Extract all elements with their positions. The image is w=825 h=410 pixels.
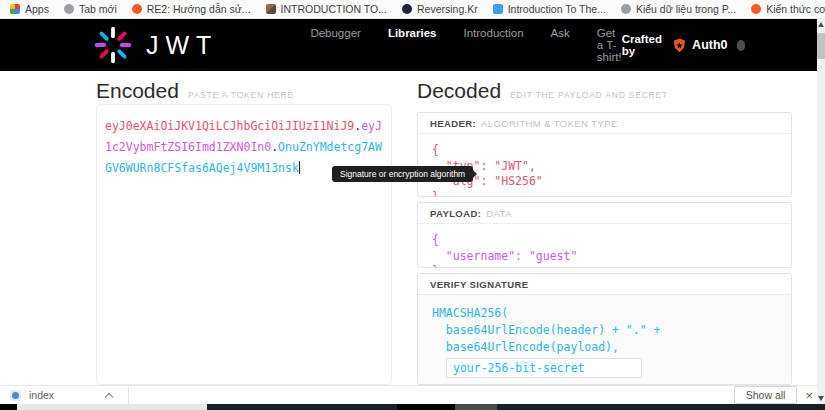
nav-get-a-tshirt[interactable]: Get a T-shirt! bbox=[597, 27, 622, 63]
payload-box-label: PAYLOAD: DATA bbox=[418, 203, 791, 224]
header-label: HEADER: bbox=[430, 118, 476, 129]
main-nav: Debugger Libraries Introduction Ask Get … bbox=[310, 27, 621, 63]
token-signature-part: GV6WURn8CFSfas6AQej4V9M13nsk bbox=[105, 161, 299, 175]
bookmark-label: RE2: Hướng dẫn sử... bbox=[147, 3, 251, 15]
html-file-icon bbox=[10, 390, 21, 401]
decoded-subtitle: EDIT THE PAYLOAD AND SECRET bbox=[510, 90, 668, 100]
json-line: } bbox=[432, 190, 777, 198]
code-line: base64UrlEncode(header) + "." + bbox=[432, 322, 777, 339]
taskbar-segment bbox=[17, 404, 207, 410]
payload-label: PAYLOAD: bbox=[430, 208, 481, 219]
bookmark-label: Introduction To The... bbox=[508, 3, 606, 15]
auth0-shield-icon bbox=[673, 37, 686, 54]
dark-globe-icon bbox=[402, 4, 412, 14]
payload-sublabel: DATA bbox=[486, 208, 512, 219]
signature-box-label: VERIFY SIGNATURE bbox=[418, 274, 791, 295]
json-line: { bbox=[432, 233, 777, 249]
token-signature-part: OnuZnYMdetcg7AW bbox=[278, 140, 382, 154]
download-options-chevron-icon[interactable] bbox=[105, 392, 113, 400]
alg-tooltip: Signature or encryption algorithm bbox=[332, 166, 473, 182]
show-all-button[interactable]: Show all bbox=[734, 386, 798, 404]
close-download-bar-icon[interactable]: × bbox=[805, 389, 813, 402]
bookmark-reversing-kr[interactable]: Reversing.Kr bbox=[402, 3, 478, 15]
crafted-by-label: Crafted by bbox=[622, 33, 668, 57]
json-line: "alg": "HS256" bbox=[432, 174, 777, 190]
bookmark-kieu-du-lieu[interactable]: Kiểu dữ liệu trong P... bbox=[621, 3, 736, 15]
verify-signature-box: VERIFY SIGNATURE HMACSHA256( base64UrlEn… bbox=[417, 273, 792, 385]
download-file-name: index bbox=[29, 389, 54, 401]
bookmark-label: Kiến thức cơ bản về... bbox=[766, 3, 825, 15]
json-line: } bbox=[432, 264, 777, 268]
bookmark-label: Tab mới bbox=[79, 3, 117, 15]
reddit-icon bbox=[751, 4, 761, 14]
globe-icon bbox=[621, 4, 631, 14]
download-item-index[interactable]: index bbox=[10, 389, 54, 401]
bookmark-apps[interactable]: Apps bbox=[10, 3, 49, 15]
token-header-part: eyJ0eXAiOiJKV1QiLCJhbGciOiJIUzI1NiJ9 bbox=[105, 119, 354, 133]
scroll-down-arrow-icon[interactable] bbox=[818, 396, 824, 401]
reddit-icon bbox=[132, 4, 142, 14]
bookmark-label: Reversing.Kr bbox=[417, 3, 478, 15]
jwt-logo-text: JWT bbox=[146, 31, 218, 60]
bookmark-introduction-to-the[interactable]: Introduction To The... bbox=[493, 3, 606, 15]
bookmark-tab-moi[interactable]: Tab mới bbox=[64, 3, 117, 15]
bookmarks-bar: Apps Tab mới RE2: Hướng dẫn sử... INTROD… bbox=[0, 0, 825, 19]
download-bar: index Show all × bbox=[0, 385, 825, 404]
windows-taskbar-edge[interactable] bbox=[0, 404, 825, 410]
signature-label: VERIFY SIGNATURE bbox=[430, 279, 528, 290]
secret-input[interactable] bbox=[446, 358, 642, 378]
scroll-up-arrow-icon[interactable] bbox=[818, 22, 824, 27]
token-line: 1c2VybmFtZSI6Imd1ZXN0In0.OnuZnYMdetcg7AW bbox=[105, 137, 383, 158]
bookmark-label: INTRODUCTION TO... bbox=[281, 3, 387, 15]
decoded-heading: Decoded EDIT THE PAYLOAD AND SECRET bbox=[417, 79, 668, 103]
token-line: eyJ0eXAiOiJKV1QiLCJhbGciOiJIUzI1NiJ9.eyJ bbox=[105, 116, 383, 137]
token-payload-part: eyJ bbox=[361, 119, 382, 133]
nav-debugger[interactable]: Debugger bbox=[310, 27, 361, 63]
scrollbar-thumb[interactable] bbox=[817, 33, 825, 59]
nav-libraries[interactable]: Libraries bbox=[388, 27, 437, 63]
payload-json-editor[interactable]: { "username": "guest" } bbox=[418, 224, 791, 268]
divider bbox=[128, 386, 129, 405]
bookmark-kien-thuc[interactable]: Kiến thức cơ bản về... bbox=[751, 3, 825, 15]
bookmark-label: Apps bbox=[25, 3, 49, 15]
encoded-subtitle: PASTE A TOKEN HERE bbox=[188, 90, 294, 100]
encoded-heading: Encoded PASTE A TOKEN HERE bbox=[96, 79, 294, 103]
json-line: "username": "guest" bbox=[432, 249, 777, 265]
site-header: JWT Debugger Libraries Introduction Ask … bbox=[0, 19, 825, 71]
crafted-by-auth0[interactable]: Crafted by Auth0 bbox=[622, 33, 746, 57]
blue-doc-icon bbox=[493, 4, 503, 14]
auth0-brand-label: Auth0 bbox=[692, 38, 727, 52]
signature-code-area: HMACSHA256( base64UrlEncode(header) + ".… bbox=[418, 295, 791, 385]
globe-icon bbox=[64, 4, 74, 14]
bookmark-label: Kiểu dữ liệu trong P... bbox=[636, 3, 736, 15]
decoded-payload-box: PAYLOAD: DATA { "username": "guest" } bbox=[417, 202, 792, 268]
code-line: HMACSHA256( bbox=[432, 305, 777, 322]
nav-introduction[interactable]: Introduction bbox=[463, 27, 523, 63]
bookmark-re2[interactable]: RE2: Hướng dẫn sử... bbox=[132, 3, 251, 15]
encoded-title: Encoded bbox=[96, 79, 179, 103]
language-globe-icon[interactable] bbox=[737, 40, 746, 51]
json-line: { bbox=[432, 143, 777, 159]
token-payload-part: 1c2VybmFtZSI6Imd1ZXN0In0 bbox=[105, 140, 271, 154]
token-editor[interactable]: eyJ0eXAiOiJKV1QiLCJhbGciOiJIUzI1NiJ9.eyJ… bbox=[96, 104, 392, 385]
json-line: "typ": "JWT", bbox=[432, 159, 777, 175]
jwt-logo[interactable]: JWT bbox=[94, 26, 218, 64]
text-caret bbox=[299, 161, 300, 174]
apps-grid-icon bbox=[10, 4, 20, 14]
bookmark-introduction-to[interactable]: INTRODUCTION TO... bbox=[266, 3, 387, 15]
decoded-header-box: HEADER: ALGORITHM & TOKEN TYPE { "typ": … bbox=[417, 112, 792, 197]
vertical-scrollbar[interactable] bbox=[817, 19, 825, 404]
taskbar-segment bbox=[455, 404, 497, 410]
image-icon bbox=[266, 4, 276, 14]
nav-ask[interactable]: Ask bbox=[551, 27, 570, 63]
header-box-label: HEADER: ALGORITHM & TOKEN TYPE bbox=[418, 113, 791, 134]
header-json-editor[interactable]: { "typ": "JWT", "alg": "HS256" } bbox=[418, 134, 791, 197]
jwt-flower-icon bbox=[94, 26, 132, 64]
header-sublabel: ALGORITHM & TOKEN TYPE bbox=[481, 118, 618, 129]
decoded-title: Decoded bbox=[417, 79, 501, 103]
code-line: base64UrlEncode(payload), bbox=[432, 339, 777, 356]
taskbar-segment bbox=[0, 404, 17, 410]
